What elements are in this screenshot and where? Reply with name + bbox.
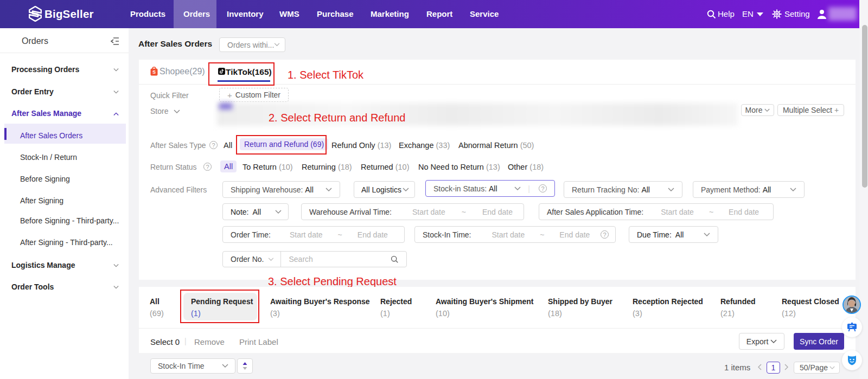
svg-text:S: S	[152, 69, 156, 75]
